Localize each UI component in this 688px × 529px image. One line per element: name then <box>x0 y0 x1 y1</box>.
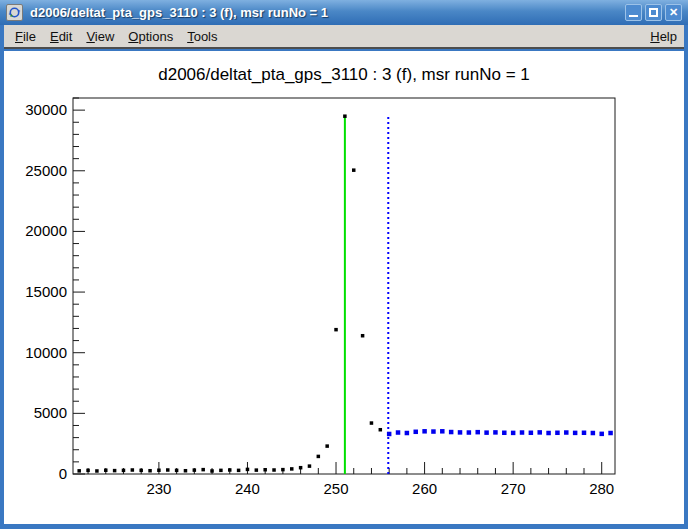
data-point <box>343 114 347 118</box>
data-point <box>467 430 472 435</box>
data-point <box>484 430 489 435</box>
x-tick-label: 280 <box>589 480 614 497</box>
data-point <box>413 430 418 435</box>
data-point <box>139 469 143 473</box>
menu-help-label: elp <box>660 29 677 44</box>
data-point <box>379 428 383 432</box>
data-point <box>255 468 259 472</box>
data-point <box>405 431 410 436</box>
menu-item-edit[interactable]: Edit <box>43 27 79 46</box>
chart[interactable]: d2006/deltat_pta_gps_3110 : 3 (f), msr r… <box>4 51 684 524</box>
y-tick-label: 25000 <box>25 162 67 179</box>
minimize-icon[interactable] <box>625 4 642 21</box>
data-point <box>263 468 267 472</box>
x-tick-label: 230 <box>146 480 171 497</box>
data-point <box>175 469 179 473</box>
data-point <box>422 429 427 434</box>
data-point <box>122 469 126 473</box>
data-point <box>113 469 117 473</box>
data-point <box>396 430 401 435</box>
series-background-tail <box>387 429 613 436</box>
data-point <box>281 468 285 472</box>
data-point <box>546 431 551 436</box>
root-logo-icon[interactable] <box>6 4 23 21</box>
data-point <box>555 431 560 436</box>
y-tick-label: 10000 <box>25 344 67 361</box>
data-point <box>352 168 356 172</box>
data-point <box>361 334 365 338</box>
data-point <box>228 468 232 472</box>
data-point <box>166 468 170 472</box>
data-point <box>184 469 188 473</box>
plot-title: d2006/deltat_pta_gps_3110 : 3 (f), msr r… <box>158 65 530 84</box>
plot-canvas[interactable]: d2006/deltat_pta_gps_3110 : 3 (f), msr r… <box>4 51 684 524</box>
menu-item-tools[interactable]: Tools <box>180 27 224 46</box>
menu-item-help[interactable]: Help <box>647 27 680 46</box>
x-tick-label: 260 <box>412 480 437 497</box>
titlebar[interactable]: d2006/deltat_pta_gps_3110 : 3 (f), msr r… <box>0 0 688 25</box>
data-point <box>493 430 498 435</box>
data-point <box>325 444 329 448</box>
data-point <box>475 430 480 435</box>
data-point <box>537 430 542 435</box>
data-point <box>308 464 312 468</box>
data-point <box>201 468 205 472</box>
y-tick-label: 0 <box>59 465 67 482</box>
data-point <box>193 468 197 472</box>
data-point <box>564 430 569 435</box>
data-point <box>86 469 90 473</box>
data-point <box>219 469 223 473</box>
data-point <box>148 469 152 473</box>
data-point <box>529 431 534 436</box>
data-point <box>334 328 338 332</box>
data-point <box>95 469 99 473</box>
data-point <box>511 431 515 436</box>
data-point <box>272 468 276 472</box>
data-point <box>210 469 214 473</box>
data-point <box>502 431 507 436</box>
y-tick-label: 5000 <box>34 404 67 421</box>
root-canvas-window: d2006/deltat_pta_gps_3110 : 3 (f), msr r… <box>0 0 688 529</box>
data-point <box>77 469 81 473</box>
data-point <box>157 468 161 472</box>
data-point <box>440 429 445 434</box>
menu-item-options[interactable]: Options <box>121 27 180 46</box>
data-point <box>104 468 108 472</box>
y-tick-label: 20000 <box>25 222 67 239</box>
menu-item-file[interactable]: File <box>8 27 43 46</box>
data-point <box>246 468 250 472</box>
data-point <box>299 466 303 470</box>
data-point <box>387 432 392 437</box>
data-point <box>573 431 578 436</box>
y-tick-label: 15000 <box>25 283 67 300</box>
data-point <box>582 431 587 436</box>
data-point <box>458 430 463 435</box>
close-icon[interactable] <box>665 4 682 21</box>
menu-item-view[interactable]: View <box>79 27 121 46</box>
data-point <box>449 430 454 435</box>
data-point <box>317 455 321 459</box>
data-point <box>608 431 613 436</box>
data-point <box>237 469 241 473</box>
data-point <box>591 431 596 436</box>
window-title: d2006/deltat_pta_gps_3110 : 3 (f), msr r… <box>30 5 622 20</box>
y-tick-label: 30000 <box>25 101 67 118</box>
x-tick-label: 240 <box>235 480 260 497</box>
data-point <box>520 430 525 435</box>
menubar: FileEditViewOptionsToolsHelp <box>4 25 684 49</box>
data-point <box>431 429 436 434</box>
x-tick-label: 270 <box>501 480 526 497</box>
data-point <box>131 468 135 472</box>
data-point <box>599 432 604 437</box>
root-logo-glyph <box>8 6 21 19</box>
series-histogram-counts <box>77 114 382 472</box>
data-point <box>370 421 374 425</box>
data-point <box>290 467 294 471</box>
maximize-icon[interactable] <box>645 4 662 21</box>
x-tick-label: 250 <box>324 480 349 497</box>
